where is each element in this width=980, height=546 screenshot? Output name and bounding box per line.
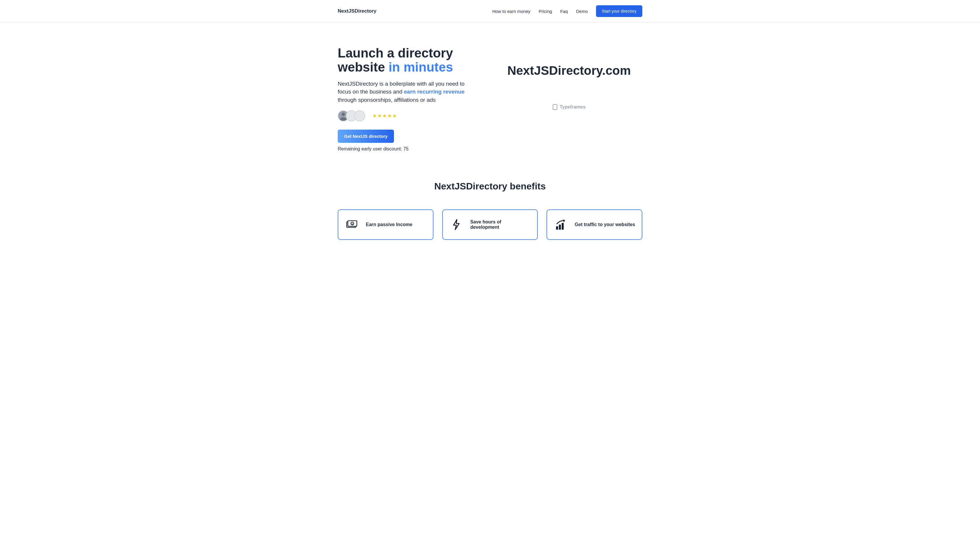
discount-text: Remaining early user discount: 75 [338,146,478,152]
money-icon: $ [345,217,359,231]
hero-subtitle: NextJSDirectory is a boilerplate with al… [338,80,478,104]
benefit-title: Earn passive Income [366,222,412,227]
social-proof: ★ ★ ★ ★ ★ [338,110,478,121]
svg-rect-5 [556,227,558,230]
nav-link-faq[interactable]: Faq [560,9,568,14]
star-rating: ★ ★ ★ ★ ★ [372,113,397,119]
nav-link-earn[interactable]: How to earn money [492,9,530,14]
logo[interactable]: NextJSDirectory [338,8,376,14]
nav-link-demo[interactable]: Demo [576,9,588,14]
avatar [354,110,365,121]
typeframes-icon [553,104,557,110]
hero-title-highlight: in minutes [389,60,453,74]
benefit-card-time: Save hours of development [442,209,538,240]
benefit-title: Get traffic to your websites [574,222,635,227]
benefits-heading: NextJSDirectory benefits [338,181,642,192]
start-directory-button[interactable]: Start your directory [596,5,642,17]
lightning-icon [449,217,463,231]
benefits-section: NextJSDirectory benefits $ Earn passive … [338,181,642,257]
star-icon: ★ [372,113,377,119]
avatar-group [338,110,365,121]
hero-sub-emph: earn recurring revenue [404,89,465,95]
typeframes-badge[interactable]: Typeframes [553,104,586,110]
hero-sub-part2: through sponsorships, affiliations or ad… [338,97,436,103]
discount-value: 75 [403,146,409,151]
star-icon: ★ [392,113,397,119]
benefit-title: Save hours of development [470,219,531,230]
star-icon: ★ [377,113,382,119]
typeframes-label: Typeframes [560,104,586,110]
brand-large-text: NextJSDirectory.com [507,64,631,78]
nav-link-pricing[interactable]: Pricing [539,9,552,14]
svg-text:$: $ [352,223,353,225]
hero-title: Launch a directory website in minutes [338,46,478,75]
benefit-card-traffic: Get traffic to your websites [547,209,642,240]
benefit-card-income: $ Earn passive Income [338,209,433,240]
star-icon: ★ [387,113,392,119]
chart-growth-icon [554,217,568,231]
hero-section: Launch a directory website in minutes Ne… [338,22,642,181]
site-header: NextJSDirectory How to earn money Pricin… [0,0,980,22]
svg-point-0 [342,113,345,116]
svg-rect-6 [559,225,561,230]
get-directory-button[interactable]: Get NextJS directory [338,129,394,143]
svg-rect-7 [562,223,564,230]
star-icon: ★ [382,113,387,119]
main-nav: How to earn money Pricing Faq Demo Start… [492,5,642,17]
discount-label: Remaining early user discount: [338,146,403,151]
